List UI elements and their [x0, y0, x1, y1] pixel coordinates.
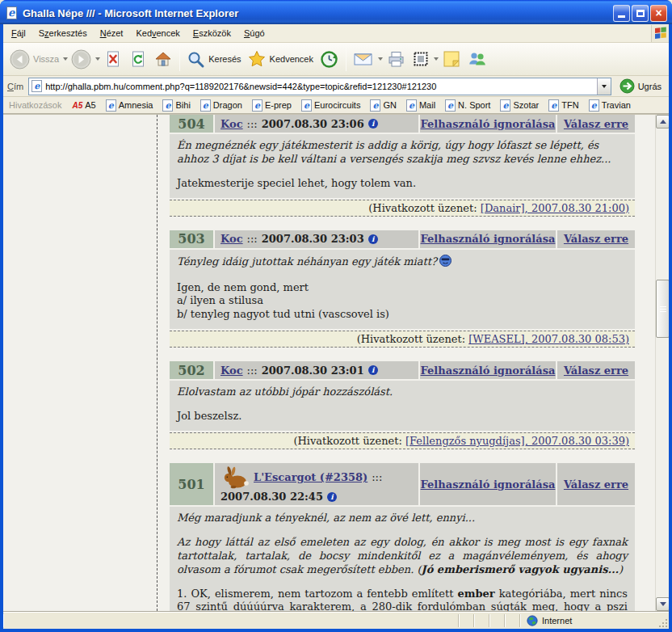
referenced-message-link[interactable]: [WEASEL], 2007.08.30 08:53)	[468, 333, 629, 345]
edit-button[interactable]	[410, 48, 432, 70]
notes-button[interactable]	[439, 48, 464, 70]
messenger-button[interactable]	[464, 48, 490, 70]
menu-eszkozok[interactable]: Eszközök	[187, 25, 237, 41]
post-body: Elolvastam az utóbbi jópár hozzászólást.…	[170, 381, 635, 431]
author-link[interactable]: Koc	[220, 364, 243, 377]
ignore-user-link[interactable]: Felhasználó ignorálása	[421, 478, 556, 491]
back-button[interactable]: Vissza	[7, 48, 61, 71]
author-separator: :::	[247, 233, 258, 245]
minimize-button[interactable]	[613, 5, 630, 22]
home-button[interactable]	[151, 48, 175, 70]
toolbar-separator	[179, 47, 180, 71]
history-icon	[319, 49, 339, 70]
mail-dropdown-caret[interactable]	[378, 57, 383, 61]
back-icon	[10, 49, 30, 70]
forum-post-504: 504 Koc ::: 2007.08.30 23:06 i Felhaszná…	[170, 115, 635, 217]
refresh-button[interactable]	[126, 48, 150, 70]
link-dragon[interactable]: eDragon	[196, 99, 248, 112]
link-szotar[interactable]: eSzotar	[496, 99, 544, 112]
reply-cell: Válasz erre	[557, 115, 635, 133]
menu-fajl[interactable]: Fájl	[5, 25, 32, 41]
author-separator: :::	[247, 364, 258, 377]
stop-button[interactable]	[101, 48, 125, 70]
go-button[interactable]: Ugrás	[616, 78, 665, 95]
ie-page-icon: e	[548, 99, 559, 112]
forward-button[interactable]	[69, 48, 94, 71]
print-button[interactable]	[384, 48, 409, 70]
print-icon	[386, 49, 406, 69]
link-travian[interactable]: eTravian	[585, 99, 636, 112]
address-dropdown-button[interactable]	[597, 78, 611, 95]
ignore-user-cell: Felhasználó ignorálása	[420, 115, 556, 133]
title-bar[interactable]: e Ghalla Népe /// - Microsoft Internet E…	[0, 0, 672, 24]
ignore-user-link[interactable]: Felhasználó ignorálása	[421, 118, 556, 130]
ignore-user-link[interactable]: Felhasználó ignorálása	[421, 364, 556, 377]
reply-link[interactable]: Válasz erre	[564, 233, 628, 245]
link-nsport[interactable]: eN. Sport	[441, 99, 496, 112]
ie-page-icon: e	[252, 99, 262, 112]
ie-page-icon: e	[500, 99, 510, 112]
info-icon[interactable]: i	[368, 365, 378, 375]
search-icon	[187, 50, 205, 69]
mail-button[interactable]	[351, 48, 376, 70]
post-header: 504 Koc ::: 2007.08.30 23:06 i Felhaszná…	[170, 115, 635, 133]
address-url[interactable]: http://ghalla.pbm.hu/comment.php?q=11892…	[45, 82, 596, 91]
resize-grip[interactable]	[657, 617, 669, 629]
close-button[interactable]: ×	[650, 5, 667, 22]
history-button[interactable]	[317, 48, 342, 71]
vertical-scrollbar[interactable]	[655, 115, 669, 611]
page-viewport: 504 Koc ::: 2007.08.30 23:06 i Felhaszná…	[3, 114, 669, 611]
link-eurocircuits[interactable]: eEurocircuits	[297, 99, 366, 112]
scrollbar-thumb[interactable]	[656, 280, 669, 338]
forum-post-501: 501 L'Escargot (#2358) ::: 2007.08.30 22…	[170, 463, 635, 611]
link-mail[interactable]: eMail	[402, 99, 441, 112]
scroll-up-button[interactable]	[656, 115, 669, 129]
menu-kedvencek[interactable]: Kedvencek	[129, 25, 186, 41]
forward-dropdown-caret[interactable]	[95, 57, 100, 61]
post-number: 501	[170, 463, 213, 505]
link-bihi[interactable]: eBihi	[158, 99, 195, 112]
post-header: 501 L'Escargot (#2358) ::: 2007.08.30 22…	[170, 463, 635, 505]
referenced-message-link[interactable]: [Danair], 2007.08.30 21:00)	[481, 202, 629, 214]
ignore-user-link[interactable]: Felhasználó ignorálása	[421, 233, 556, 245]
info-icon[interactable]: i	[368, 119, 378, 129]
link-tfn[interactable]: eTFN	[544, 99, 584, 112]
quoted-paragraph: Tényleg idáig jutottak néhányan egy játé…	[177, 255, 628, 271]
ie-document-icon: e	[5, 6, 19, 20]
go-label: Ugrás	[638, 82, 662, 91]
menu-szerkesztes[interactable]: Szerkesztés	[32, 25, 94, 41]
info-icon[interactable]: i	[368, 234, 378, 244]
reply-link[interactable]: Válasz erre	[564, 364, 628, 377]
edit-dropdown-caret[interactable]	[434, 57, 439, 61]
author-link[interactable]: Koc	[220, 118, 243, 130]
address-label: Cím	[7, 82, 23, 91]
post-body: Tényleg idáig jutottak néhányan egy játé…	[170, 250, 635, 330]
referenced-message-link[interactable]: [Fellengzős nyugdíjas], 2007.08.30 03:39…	[405, 435, 629, 447]
ignore-user-cell: Felhasználó ignorálása	[420, 361, 556, 379]
author-link[interactable]: L'Escargot (#2358)	[254, 471, 368, 483]
link-eprep[interactable]: eE-prep	[248, 99, 297, 112]
search-button[interactable]: Keresés	[184, 48, 243, 70]
reply-link[interactable]: Válasz erre	[564, 478, 628, 491]
favorites-label: Kedvencek	[270, 54, 313, 64]
menu-nezet[interactable]: Nézet	[94, 25, 130, 41]
author-link[interactable]: Koc	[220, 233, 243, 245]
link-gn[interactable]: eGN	[366, 99, 402, 112]
info-icon[interactable]: i	[327, 492, 337, 502]
post-datetime: 2007.08.30 22:45	[220, 491, 323, 503]
link-a5[interactable]: A5A5	[68, 100, 101, 110]
address-field[interactable]: e http://ghalla.pbm.hu/comment.php?q=118…	[28, 78, 611, 95]
menu-sugo[interactable]: Súgó	[237, 25, 271, 41]
status-pane	[489, 614, 504, 627]
back-dropdown-caret[interactable]	[63, 57, 68, 61]
window-frame: Fájl Szerkesztés Nézet Kedvencek Eszközö…	[3, 24, 669, 629]
maximize-button[interactable]	[632, 5, 649, 22]
browser-window: e Ghalla Népe /// - Microsoft Internet E…	[0, 0, 672, 632]
reply-link[interactable]: Válasz erre	[564, 118, 628, 130]
forum-thread: 504 Koc ::: 2007.08.30 23:06 i Felhaszná…	[158, 115, 655, 611]
referenced-message-row: (Hivatkozott üzenet: [Fellengzős nyugdíj…	[170, 432, 635, 449]
link-amnesia[interactable]: eAmnesia	[102, 99, 159, 112]
edit-icon	[412, 50, 430, 68]
favorites-button[interactable]: Kedvencek	[245, 48, 316, 70]
scroll-down-button[interactable]	[656, 597, 669, 611]
